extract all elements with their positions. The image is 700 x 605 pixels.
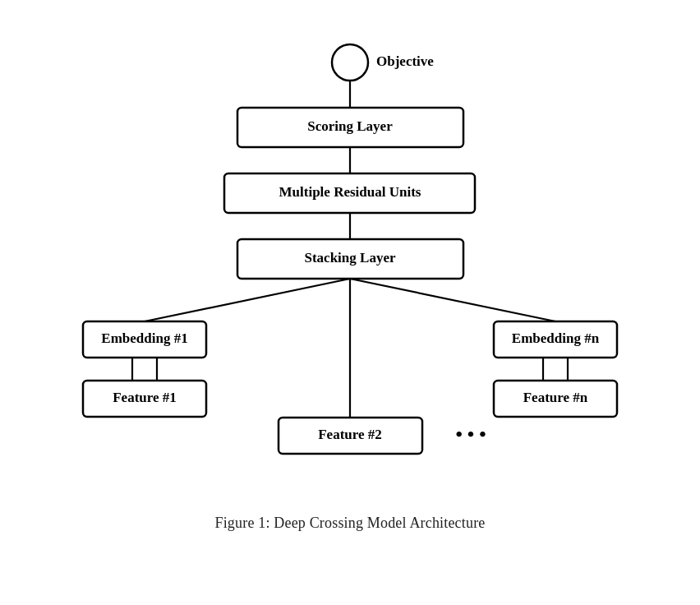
feature2-label: Feature #2 [318, 427, 382, 442]
svg-point-0 [332, 44, 368, 81]
featuren-label: Feature #n [523, 390, 588, 405]
residual-units-label: Multiple Residual Units [279, 184, 421, 200]
svg-line-7 [145, 279, 350, 321]
svg-line-9 [350, 279, 555, 321]
feature1-label: Feature #1 [113, 390, 177, 405]
embeddingn-label: Embedding #n [512, 330, 600, 346]
objective-label: Objective [376, 53, 434, 69]
stacking-layer-label: Stacking Layer [305, 250, 396, 266]
architecture-diagram: .box-rect { fill: white; stroke: black; … [62, 31, 638, 500]
scoring-layer-label: Scoring Layer [307, 118, 393, 134]
figure-container: .box-rect { fill: white; stroke: black; … [30, 15, 670, 590]
figure-caption: Figure 1: Deep Crossing Model Architectu… [215, 515, 486, 532]
dots-label: • • • [455, 423, 486, 445]
embedding1-label: Embedding #1 [101, 330, 187, 346]
